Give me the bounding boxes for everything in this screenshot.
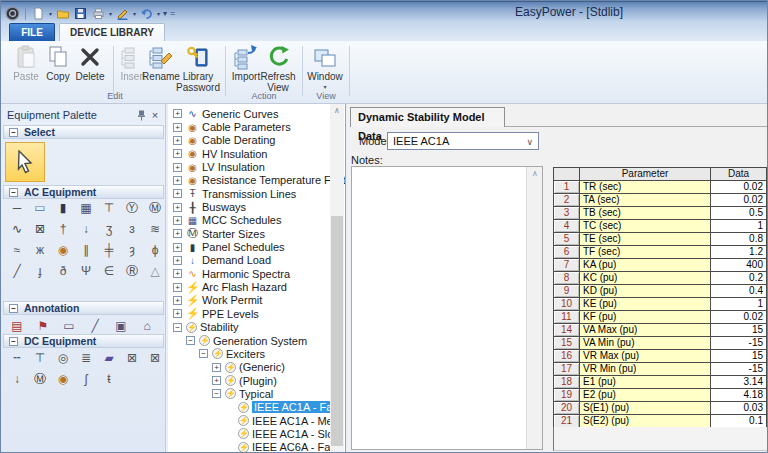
dc-cable-icon[interactable]: ◉ — [53, 371, 73, 388]
box-annotation-icon[interactable]: ▭ — [59, 318, 79, 335]
bus-tie-icon[interactable]: ╪ — [99, 242, 119, 259]
reactor-icon[interactable]: ɜ — [122, 221, 142, 238]
section-header-annotation[interactable]: − Annotation — [3, 301, 164, 315]
expander-plus-icon[interactable]: + — [173, 123, 182, 132]
tree-item[interactable]: +⚡(Plugin) — [168, 374, 331, 387]
customize-toolbar-icon[interactable]: ▾ — [163, 9, 167, 18]
expander-plus-icon[interactable]: + — [212, 363, 221, 372]
data-cell[interactable]: 0.5 — [711, 207, 766, 220]
expander-plus-icon[interactable]: + — [173, 309, 182, 318]
load-arrow-icon[interactable]: ↓ — [76, 221, 96, 238]
dc-load-icon[interactable]: ↓ — [7, 371, 27, 388]
expander-plus-icon[interactable]: + — [173, 216, 182, 225]
select-tool-button[interactable] — [5, 142, 45, 182]
relay-icon[interactable]: Ⓡ — [122, 263, 142, 280]
notes-textarea[interactable]: ∧ — [351, 166, 543, 450]
expander-plus-icon[interactable]: + — [173, 136, 182, 145]
dc-fuse-icon[interactable]: ŧ — [99, 371, 119, 388]
expander-minus-icon[interactable]: − — [186, 336, 195, 345]
annotate-dropdown-arrow[interactable]: ▾ — [133, 10, 136, 17]
cable-icon[interactable]: ◉ — [53, 242, 73, 259]
collapse-icon[interactable]: − — [9, 128, 18, 137]
section-header-ac-equipment[interactable]: − AC Equipment — [3, 185, 164, 199]
line-annotation-icon[interactable]: ╱ — [85, 318, 105, 335]
expander-plus-icon[interactable]: + — [173, 163, 182, 172]
data-cell[interactable]: 0.02 — [711, 194, 766, 207]
new-document-icon[interactable] — [31, 6, 46, 21]
close-icon[interactable]: × — [148, 109, 162, 122]
expander-plus-icon[interactable]: + — [173, 256, 182, 265]
tree-item[interactable]: −⚡Generation System — [168, 334, 331, 347]
tree-item[interactable]: +∿Harmonic Spectra — [168, 267, 331, 280]
tree-item[interactable]: +◉Cable Parameters — [168, 120, 331, 133]
tree-item[interactable]: +⚡(Generic) — [168, 361, 331, 374]
switchboard-icon[interactable]: ▦ — [76, 200, 96, 217]
generator-wye-icon[interactable]: Ⓨ — [122, 200, 142, 217]
bus-icon[interactable]: ─ — [7, 200, 27, 217]
expander-plus-icon[interactable]: + — [212, 376, 221, 385]
inverter-icon[interactable]: ⊠ — [122, 350, 142, 367]
device-annotation-icon[interactable]: ⌂ — [137, 318, 157, 335]
motor-icon[interactable]: Ⓜ — [145, 200, 165, 217]
switch-icon[interactable]: ╱ — [7, 263, 27, 280]
notes-vertical-scrollbar[interactable]: ∧ — [526, 167, 542, 449]
expander-plus-icon[interactable]: + — [173, 203, 182, 212]
expander-plus-icon[interactable]: + — [173, 176, 182, 185]
data-cell[interactable]: 0.8 — [711, 233, 766, 246]
data-cell[interactable]: 1.2 — [711, 246, 766, 259]
resistor-icon[interactable]: ≋ — [145, 221, 165, 238]
expander-plus-icon[interactable]: + — [173, 269, 182, 278]
tree-item[interactable]: +∿Generic Curves — [168, 107, 331, 120]
print-dropdown-arrow[interactable]: ▾ — [109, 10, 112, 17]
window-button[interactable]: Window ▾ — [305, 44, 345, 93]
expander-minus-icon[interactable]: − — [199, 349, 208, 358]
tree-item[interactable]: ⚡IEEE AC1A - Slow — [168, 427, 331, 440]
scroll-up-icon[interactable]: ∧ — [330, 104, 344, 118]
expander-plus-icon[interactable]: + — [173, 229, 182, 238]
tree-item[interactable]: +╂Busways — [168, 200, 331, 213]
ground-icon[interactable]: ∈ — [99, 263, 119, 280]
flag-annotation-icon[interactable]: ⚑ — [33, 318, 53, 335]
data-cell[interactable]: -15 — [711, 363, 766, 376]
tree-item[interactable]: +⚡Arc Flash Hazard — [168, 280, 331, 293]
data-cell[interactable]: 15 — [711, 350, 766, 363]
tree-item[interactable]: +◉Cable Derating — [168, 134, 331, 147]
data-cell[interactable]: 1 — [711, 298, 766, 311]
tree-item[interactable]: ⚡IEEE AC6A - Fast — [168, 441, 331, 453]
model-dropdown[interactable]: IEEE AC1A ∨ — [387, 132, 539, 150]
undo-icon[interactable] — [139, 6, 154, 21]
refresh-view-button[interactable]: Refresh View — [257, 44, 299, 93]
data-cell[interactable]: 400 — [711, 259, 766, 272]
expander-plus-icon[interactable]: + — [173, 109, 182, 118]
pv-array-icon[interactable]: ▰ — [99, 350, 119, 367]
print-icon[interactable] — [91, 6, 106, 21]
scrollbar-thumb[interactable] — [331, 216, 343, 446]
coil-icon[interactable]: ȝ — [122, 242, 142, 259]
paste-button[interactable]: Paste — [9, 44, 43, 82]
tree-item[interactable]: −⚡Exciters — [168, 347, 331, 360]
undo-dropdown-arrow[interactable]: ▾ — [157, 10, 160, 17]
motor-switch-icon[interactable]: ж — [30, 242, 50, 259]
section-header-select[interactable]: − Select — [3, 125, 164, 139]
tree-item[interactable]: ⚡IEEE AC1A - Fast — [168, 401, 331, 414]
tree-item[interactable]: +◉Resistance Temperature Factors — [168, 174, 331, 187]
tree-item[interactable]: +⚡PPE Levels — [168, 307, 331, 320]
dc-utility-icon[interactable]: ⊤ — [30, 350, 50, 367]
current-transformer-icon[interactable]: Ψ — [76, 263, 96, 280]
delta-icon[interactable]: △ — [145, 263, 165, 280]
collapse-icon[interactable]: − — [9, 337, 18, 346]
collapse-icon[interactable]: − — [9, 188, 18, 197]
filter-icon[interactable]: ≈ — [7, 242, 27, 259]
annotate-pen-icon[interactable] — [115, 6, 130, 21]
bus-panel-icon[interactable]: ▭ — [30, 200, 50, 217]
tree-item[interactable]: +⚡Work Permit — [168, 294, 331, 307]
tree-item[interactable]: +↓Demand Load — [168, 254, 331, 267]
text-annotation-icon[interactable]: ▤ — [7, 318, 27, 335]
tab-dynamic-stability-model-data[interactable]: Dynamic Stability Model Data — [350, 107, 505, 127]
load-box-icon[interactable]: ⊠ — [30, 221, 50, 238]
open-file-icon[interactable] — [55, 6, 70, 21]
battery-icon[interactable]: ≣ — [76, 350, 96, 367]
utility-icon[interactable]: ⊤ — [99, 200, 119, 217]
copy-button[interactable]: Copy — [41, 44, 75, 82]
pin-icon[interactable] — [134, 109, 148, 122]
